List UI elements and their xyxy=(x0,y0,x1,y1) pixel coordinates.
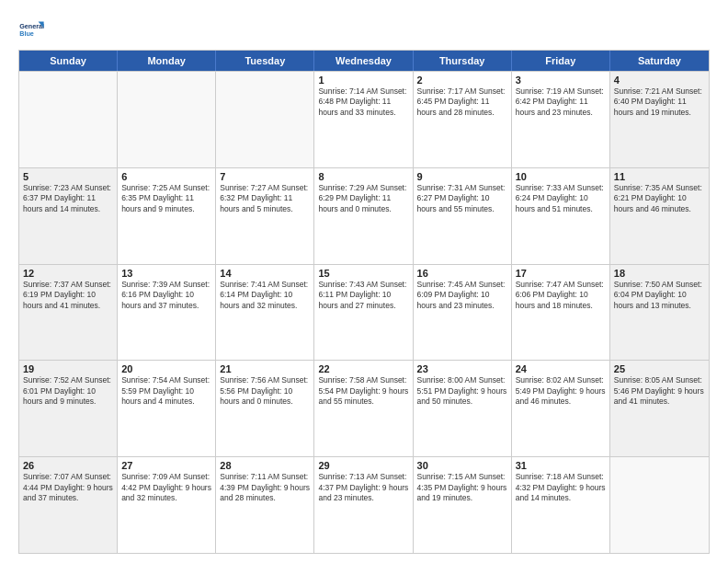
calendar-row-2: 5Sunrise: 7:23 AM Sunset: 6:37 PM Daylig… xyxy=(19,167,709,264)
day-number: 5 xyxy=(23,171,113,182)
calendar-cell-3-7: 18Sunrise: 7:50 AM Sunset: 6:04 PM Dayli… xyxy=(610,265,709,361)
cell-info: Sunrise: 8:05 AM Sunset: 5:46 PM Dayligh… xyxy=(614,375,705,407)
day-number: 8 xyxy=(318,171,408,182)
day-number: 17 xyxy=(516,268,606,279)
calendar-cell-4-1: 19Sunrise: 7:52 AM Sunset: 6:01 PM Dayli… xyxy=(19,361,118,456)
cell-info: Sunrise: 7:29 AM Sunset: 6:29 PM Dayligh… xyxy=(318,183,408,214)
calendar-body: 1Sunrise: 7:14 AM Sunset: 6:48 PM Daylig… xyxy=(19,71,709,553)
logo: GeneralBlue xyxy=(18,17,50,44)
day-number: 15 xyxy=(318,268,408,279)
cell-info: Sunrise: 7:18 AM Sunset: 4:32 PM Dayligh… xyxy=(516,472,606,503)
calendar-cell-3-4: 15Sunrise: 7:43 AM Sunset: 6:11 PM Dayli… xyxy=(314,265,413,361)
cell-info: Sunrise: 8:02 AM Sunset: 5:49 PM Dayligh… xyxy=(516,375,606,407)
day-number: 26 xyxy=(23,460,113,471)
weekday-header-thursday: Thursday xyxy=(414,51,512,71)
day-number: 21 xyxy=(220,363,310,374)
cell-info: Sunrise: 7:15 AM Sunset: 4:35 PM Dayligh… xyxy=(417,472,507,503)
day-number: 29 xyxy=(318,460,408,471)
calendar-row-5: 26Sunrise: 7:07 AM Sunset: 4:44 PM Dayli… xyxy=(19,456,709,553)
calendar-cell-2-7: 11Sunrise: 7:35 AM Sunset: 6:21 PM Dayli… xyxy=(610,168,709,264)
calendar-cell-1-7: 4Sunrise: 7:21 AM Sunset: 6:40 PM Daylig… xyxy=(610,72,709,167)
weekday-header-friday: Friday xyxy=(512,51,610,71)
logo-icon: GeneralBlue xyxy=(18,17,46,44)
calendar-cell-1-5: 2Sunrise: 7:17 AM Sunset: 6:45 PM Daylig… xyxy=(414,72,512,167)
calendar-cell-4-6: 24Sunrise: 8:02 AM Sunset: 5:49 PM Dayli… xyxy=(512,361,610,456)
calendar-row-1: 1Sunrise: 7:14 AM Sunset: 6:48 PM Daylig… xyxy=(19,71,709,167)
calendar-cell-4-5: 23Sunrise: 8:00 AM Sunset: 5:51 PM Dayli… xyxy=(414,361,512,456)
calendar-cell-3-3: 14Sunrise: 7:41 AM Sunset: 6:14 PM Dayli… xyxy=(216,265,314,361)
calendar-cell-1-4: 1Sunrise: 7:14 AM Sunset: 6:48 PM Daylig… xyxy=(314,72,413,167)
day-number: 30 xyxy=(417,460,507,471)
calendar-cell-5-7 xyxy=(610,457,709,553)
cell-info: Sunrise: 7:09 AM Sunset: 4:42 PM Dayligh… xyxy=(121,472,211,503)
cell-info: Sunrise: 7:33 AM Sunset: 6:24 PM Dayligh… xyxy=(516,183,606,214)
cell-info: Sunrise: 7:47 AM Sunset: 6:06 PM Dayligh… xyxy=(516,280,606,311)
cell-info: Sunrise: 7:27 AM Sunset: 6:32 PM Dayligh… xyxy=(220,183,310,214)
cell-info: Sunrise: 7:43 AM Sunset: 6:11 PM Dayligh… xyxy=(318,280,408,311)
svg-text:Blue: Blue xyxy=(19,29,34,38)
calendar-cell-2-4: 8Sunrise: 7:29 AM Sunset: 6:29 PM Daylig… xyxy=(314,168,413,264)
calendar-cell-4-3: 21Sunrise: 7:56 AM Sunset: 5:56 PM Dayli… xyxy=(216,361,314,456)
cell-info: Sunrise: 7:25 AM Sunset: 6:35 PM Dayligh… xyxy=(121,183,211,214)
calendar-cell-3-5: 16Sunrise: 7:45 AM Sunset: 6:09 PM Dayli… xyxy=(414,265,512,361)
cell-info: Sunrise: 7:45 AM Sunset: 6:09 PM Dayligh… xyxy=(417,280,507,311)
weekday-header-monday: Monday xyxy=(118,51,216,71)
cell-info: Sunrise: 7:54 AM Sunset: 5:59 PM Dayligh… xyxy=(121,375,211,407)
day-number: 9 xyxy=(417,171,507,182)
calendar-cell-3-2: 13Sunrise: 7:39 AM Sunset: 6:16 PM Dayli… xyxy=(118,265,216,361)
calendar-cell-5-4: 29Sunrise: 7:13 AM Sunset: 4:37 PM Dayli… xyxy=(314,457,413,553)
cell-info: Sunrise: 7:13 AM Sunset: 4:37 PM Dayligh… xyxy=(318,472,408,503)
day-number: 19 xyxy=(23,363,113,374)
day-number: 28 xyxy=(220,460,310,471)
day-number: 10 xyxy=(516,171,606,182)
cell-info: Sunrise: 7:35 AM Sunset: 6:21 PM Dayligh… xyxy=(614,183,705,214)
calendar-cell-1-2 xyxy=(118,72,216,167)
calendar-cell-5-1: 26Sunrise: 7:07 AM Sunset: 4:44 PM Dayli… xyxy=(19,457,118,553)
calendar-header: SundayMondayTuesdayWednesdayThursdayFrid… xyxy=(19,51,709,71)
day-number: 23 xyxy=(417,363,507,374)
weekday-header-sunday: Sunday xyxy=(19,51,118,71)
calendar-cell-2-6: 10Sunrise: 7:33 AM Sunset: 6:24 PM Dayli… xyxy=(512,168,610,264)
day-number: 4 xyxy=(614,75,705,86)
day-number: 16 xyxy=(417,268,507,279)
cell-info: Sunrise: 7:37 AM Sunset: 6:19 PM Dayligh… xyxy=(23,280,113,311)
calendar-cell-4-2: 20Sunrise: 7:54 AM Sunset: 5:59 PM Dayli… xyxy=(118,361,216,456)
day-number: 3 xyxy=(516,75,606,86)
day-number: 20 xyxy=(121,363,211,374)
calendar-row-4: 19Sunrise: 7:52 AM Sunset: 6:01 PM Dayli… xyxy=(19,360,709,456)
calendar-cell-5-2: 27Sunrise: 7:09 AM Sunset: 4:42 PM Dayli… xyxy=(118,457,216,553)
calendar-cell-1-1 xyxy=(19,72,118,167)
day-number: 12 xyxy=(23,268,113,279)
calendar-cell-3-6: 17Sunrise: 7:47 AM Sunset: 6:06 PM Dayli… xyxy=(512,265,610,361)
cell-info: Sunrise: 7:11 AM Sunset: 4:39 PM Dayligh… xyxy=(220,472,310,503)
day-number: 7 xyxy=(220,171,310,182)
calendar-cell-2-3: 7Sunrise: 7:27 AM Sunset: 6:32 PM Daylig… xyxy=(216,168,314,264)
cell-info: Sunrise: 7:41 AM Sunset: 6:14 PM Dayligh… xyxy=(220,280,310,311)
cell-info: Sunrise: 7:14 AM Sunset: 6:48 PM Dayligh… xyxy=(318,86,408,118)
calendar-cell-5-5: 30Sunrise: 7:15 AM Sunset: 4:35 PM Dayli… xyxy=(414,457,512,553)
calendar-cell-4-7: 25Sunrise: 8:05 AM Sunset: 5:46 PM Dayli… xyxy=(610,361,709,456)
page: GeneralBlue SundayMondayTuesdayWednesday… xyxy=(0,0,728,563)
weekday-header-saturday: Saturday xyxy=(610,51,709,71)
calendar-cell-2-5: 9Sunrise: 7:31 AM Sunset: 6:27 PM Daylig… xyxy=(414,168,512,264)
day-number: 13 xyxy=(121,268,211,279)
header: GeneralBlue xyxy=(18,17,710,44)
weekday-header-wednesday: Wednesday xyxy=(314,51,413,71)
cell-info: Sunrise: 7:19 AM Sunset: 6:42 PM Dayligh… xyxy=(516,86,606,118)
calendar-cell-2-2: 6Sunrise: 7:25 AM Sunset: 6:35 PM Daylig… xyxy=(118,168,216,264)
cell-info: Sunrise: 7:52 AM Sunset: 6:01 PM Dayligh… xyxy=(23,375,113,407)
day-number: 11 xyxy=(614,171,705,182)
calendar-cell-3-1: 12Sunrise: 7:37 AM Sunset: 6:19 PM Dayli… xyxy=(19,265,118,361)
cell-info: Sunrise: 7:21 AM Sunset: 6:40 PM Dayligh… xyxy=(614,86,705,118)
calendar-cell-5-3: 28Sunrise: 7:11 AM Sunset: 4:39 PM Dayli… xyxy=(216,457,314,553)
day-number: 31 xyxy=(516,460,606,471)
calendar-cell-1-3 xyxy=(216,72,314,167)
day-number: 24 xyxy=(516,363,606,374)
calendar-cell-1-6: 3Sunrise: 7:19 AM Sunset: 6:42 PM Daylig… xyxy=(512,72,610,167)
cell-info: Sunrise: 7:50 AM Sunset: 6:04 PM Dayligh… xyxy=(614,280,705,311)
cell-info: Sunrise: 7:31 AM Sunset: 6:27 PM Dayligh… xyxy=(417,183,507,214)
day-number: 25 xyxy=(614,363,705,374)
day-number: 27 xyxy=(121,460,211,471)
day-number: 14 xyxy=(220,268,310,279)
calendar-row-3: 12Sunrise: 7:37 AM Sunset: 6:19 PM Dayli… xyxy=(19,264,709,361)
